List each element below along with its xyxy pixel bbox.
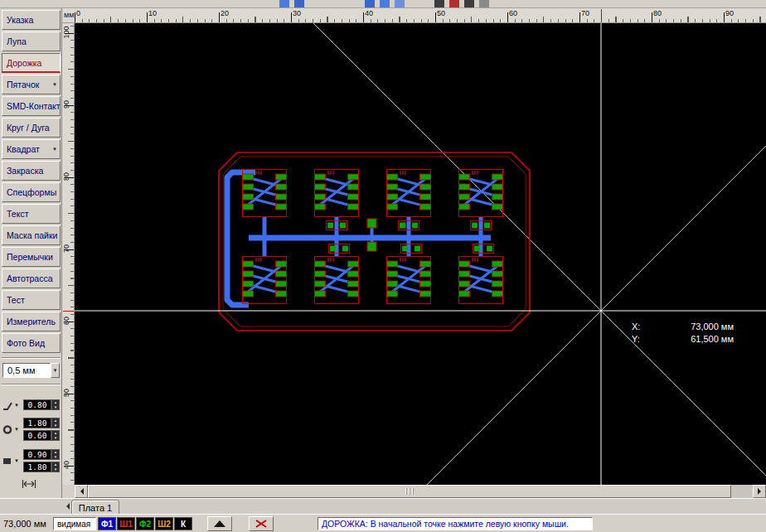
coordinate-x-label: X: [632,322,640,331]
layer-chip-f2[interactable]: Ф2 [136,517,154,530]
tool-pad[interactable]: Пятачок [2,75,61,94]
toolbar-icon[interactable] [395,0,405,7]
divider [2,384,61,385]
toolbar-icon[interactable] [294,0,304,7]
toolbar-icon[interactable] [449,0,459,7]
layer-chip-f1[interactable]: Ф1 [98,517,116,530]
pcb-layout-drawing [75,23,766,485]
smd-width-value[interactable]: 0.90 [23,449,51,460]
toolbar-icon[interactable] [279,0,289,7]
layer-visibility-field[interactable]: видимая [53,517,96,530]
ruler-vertical: 100 90 80 70 60 50 40 [62,23,75,485]
coordinate-y-label: Y: [632,334,640,344]
pad-hole-value[interactable]: 0.60 [23,430,51,441]
track-width-value[interactable]: 0.80 [23,399,51,410]
smd-dropdown[interactable] [14,455,22,466]
tool-text[interactable]: Текст [2,204,61,224]
black-shape-icon [212,519,227,529]
status-tool-button-1[interactable] [207,516,232,531]
pcb-editor-canvas[interactable]: X: 73,000 мм Y: 61,500 мм [75,23,766,485]
pad-diameter-value[interactable]: 1.80 [23,418,51,428]
tool-circle-arc[interactable]: Круг / Дуга [2,118,61,138]
scroll-right-button[interactable] [753,485,766,498]
tool-test[interactable]: Тест [2,290,61,310]
grid-step-dropdown-button[interactable] [51,363,60,378]
tool-autoroute[interactable]: Автотрасса [2,268,61,288]
ruler-horizontal: мм 0 10 20 30 40 50 60 70 80 90 [62,8,766,23]
coordinate-x-value: 73,000 мм [655,322,734,331]
board-tab-bar: Плата 1 [0,498,766,514]
track-width-dropdown[interactable] [14,399,22,410]
tab-scroll-left-icon[interactable] [63,503,70,510]
toolbar-icon[interactable] [365,0,375,7]
tool-track[interactable]: Дорожка [2,53,61,73]
tool-photo-view[interactable]: Фото Вид [2,333,61,353]
horizontal-scrollbar[interactable] [75,485,766,498]
status-message: ДОРОЖКА: В начальной точке нажмите левую… [318,517,593,530]
tool-solder-mask[interactable]: Маска пайки [2,225,61,245]
cursor-position-marker-y [63,311,74,312]
layer-chip-s2[interactable]: Ш2 [155,517,173,530]
scroll-left-button[interactable] [75,485,88,498]
smd-height-stepper[interactable] [51,462,60,472]
toolbar-icon[interactable] [380,0,390,7]
tool-pointer[interactable]: Указка [2,10,61,30]
toolbar-clipped [0,0,766,8]
status-tool-button-2[interactable] [249,516,274,531]
ruler-ticks: 0 10 20 30 40 50 60 70 80 90 [75,8,766,22]
grid-step-field[interactable]: 0,5 мм [2,363,51,378]
board-tab[interactable]: Плата 1 [71,500,119,515]
coordinate-y-value: 61,500 мм [655,334,734,344]
tool-rectangle[interactable]: Квадрат [2,139,61,159]
status-cursor-position: 73,000 мм [3,519,46,529]
tool-panel: Указка Лупа Дорожка Пятачок SMD-Контакт … [0,8,62,498]
red-cross-icon [254,519,269,529]
chevron-down-icon [52,82,57,87]
cursor-position-marker-x [601,9,602,22]
pad-diameter-stepper[interactable] [51,418,60,428]
toolbar-icon[interactable] [479,0,489,7]
width-arrows-icon [22,477,33,488]
arrow-right-icon [758,488,764,495]
smd-height-value[interactable]: 1.80 [23,462,51,472]
pad-dropdown[interactable] [14,423,22,434]
tool-special-forms[interactable]: Спецформы [2,182,61,202]
divider [2,357,61,359]
chevron-down-icon [52,147,57,152]
toolbar-icon[interactable] [464,0,474,7]
arrow-left-icon [77,488,84,495]
tool-fill-zone[interactable]: Закраска [2,161,61,181]
ruler-unit-label: мм [64,11,74,19]
toolbar-icon[interactable] [434,0,444,7]
app-window: Указка Лупа Дорожка Пятачок SMD-Контакт … [0,0,766,532]
smd-pad-icon [2,455,13,466]
track-width-icon [2,399,13,410]
smd-width-stepper[interactable] [51,449,60,460]
layer-chip-s1[interactable]: Ш1 [117,517,135,530]
tool-zoom[interactable]: Лупа [2,31,61,51]
status-bar: 73,000 мм видимая Ф1 Ш1 Ф2 Ш2 К ДОРОЖКА:… [0,514,766,532]
scrollbar-thumb[interactable] [88,485,731,498]
track-width-stepper[interactable] [51,399,60,410]
tool-smd-pad[interactable]: SMD-Контакт [2,96,61,116]
pad-hole-stepper[interactable] [51,430,60,441]
pad-icon [2,423,13,434]
tool-jumpers[interactable]: Перемычки [2,247,61,267]
layer-chip-k[interactable]: К [174,517,192,530]
tool-measure[interactable]: Измеритель [2,312,61,331]
